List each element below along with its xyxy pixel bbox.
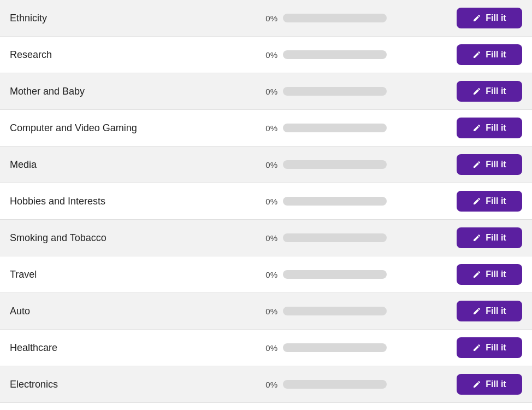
category-label-research: Research	[10, 49, 261, 61]
pencil-icon	[472, 14, 481, 22]
fill-button-healthcare[interactable]: Fill it	[457, 337, 522, 358]
category-list: Ethnicity0%Fill itResearch0%Fill itMothe…	[0, 0, 532, 403]
row-research: Research0%Fill it	[0, 37, 532, 73]
category-label-hobbies-and-interests: Hobbies and Interests	[10, 196, 261, 207]
fill-button-research[interactable]: Fill it	[457, 44, 522, 65]
progress-container-media: 0%	[261, 160, 446, 169]
progress-label-auto: 0%	[261, 307, 277, 316]
progress-container-hobbies-and-interests: 0%	[261, 197, 446, 206]
progress-container-electronics: 0%	[261, 380, 446, 389]
progress-bar-wrapper-hobbies-and-interests	[283, 197, 387, 206]
row-healthcare: Healthcare0%Fill it	[0, 330, 532, 366]
fill-button-label-ethnicity: Fill it	[486, 13, 506, 23]
fill-button-mother-and-baby[interactable]: Fill it	[457, 81, 522, 102]
progress-container-ethnicity: 0%	[261, 14, 446, 23]
fill-button-label-media: Fill it	[486, 160, 506, 169]
category-label-auto: Auto	[10, 306, 261, 317]
progress-label-healthcare: 0%	[261, 343, 277, 353]
progress-bar-wrapper-smoking-and-tobacco	[283, 233, 387, 242]
fill-button-travel[interactable]: Fill it	[457, 264, 522, 285]
category-label-electronics: Electronics	[10, 379, 261, 390]
pencil-icon	[472, 160, 481, 169]
progress-bar-wrapper-healthcare	[283, 343, 387, 352]
fill-button-label-research: Fill it	[486, 50, 506, 60]
progress-container-computer-and-video-gaming: 0%	[261, 124, 446, 133]
progress-label-mother-and-baby: 0%	[261, 87, 277, 96]
fill-button-label-mother-and-baby: Fill it	[486, 86, 506, 96]
category-label-media: Media	[10, 159, 261, 171]
progress-bar-wrapper-ethnicity	[283, 14, 387, 22]
progress-label-hobbies-and-interests: 0%	[261, 197, 277, 206]
progress-label-smoking-and-tobacco: 0%	[261, 233, 277, 243]
category-label-travel: Travel	[10, 269, 261, 280]
progress-bar-wrapper-mother-and-baby	[283, 87, 387, 96]
category-label-mother-and-baby: Mother and Baby	[10, 86, 261, 97]
progress-container-smoking-and-tobacco: 0%	[261, 233, 446, 243]
category-label-healthcare: Healthcare	[10, 342, 261, 354]
fill-button-ethnicity[interactable]: Fill it	[457, 8, 522, 28]
pencil-icon	[472, 307, 481, 315]
progress-container-healthcare: 0%	[261, 343, 446, 353]
progress-bar-wrapper-electronics	[283, 380, 387, 389]
fill-button-media[interactable]: Fill it	[457, 154, 522, 175]
row-media: Media0%Fill it	[0, 147, 532, 183]
fill-button-label-hobbies-and-interests: Fill it	[486, 196, 506, 206]
pencil-icon	[472, 124, 481, 132]
progress-label-ethnicity: 0%	[261, 14, 277, 23]
fill-button-electronics[interactable]: Fill it	[457, 374, 522, 395]
progress-bar-wrapper-auto	[283, 307, 387, 315]
pencil-icon	[472, 343, 481, 352]
fill-button-label-healthcare: Fill it	[486, 343, 506, 353]
category-label-smoking-and-tobacco: Smoking and Tobacco	[10, 232, 261, 244]
row-mother-and-baby: Mother and Baby0%Fill it	[0, 73, 532, 110]
fill-button-label-auto: Fill it	[486, 306, 506, 316]
fill-button-label-smoking-and-tobacco: Fill it	[486, 233, 506, 243]
pencil-icon	[472, 87, 481, 96]
pencil-icon	[472, 233, 481, 242]
pencil-icon	[472, 197, 481, 206]
row-auto: Auto0%Fill it	[0, 293, 532, 330]
progress-container-travel: 0%	[261, 270, 446, 279]
row-travel: Travel0%Fill it	[0, 256, 532, 293]
row-ethnicity: Ethnicity0%Fill it	[0, 0, 532, 37]
pencil-icon	[472, 270, 481, 279]
fill-button-label-electronics: Fill it	[486, 379, 506, 389]
progress-bar-wrapper-travel	[283, 270, 387, 279]
fill-button-smoking-and-tobacco[interactable]: Fill it	[457, 227, 522, 248]
category-label-ethnicity: Ethnicity	[10, 13, 261, 24]
progress-label-computer-and-video-gaming: 0%	[261, 124, 277, 133]
progress-container-auto: 0%	[261, 307, 446, 316]
category-label-computer-and-video-gaming: Computer and Video Gaming	[10, 122, 261, 134]
progress-bar-wrapper-computer-and-video-gaming	[283, 124, 387, 132]
progress-label-research: 0%	[261, 50, 277, 60]
pencil-icon	[472, 380, 481, 389]
pencil-icon	[472, 50, 481, 59]
progress-label-travel: 0%	[261, 270, 277, 279]
progress-bar-wrapper-research	[283, 50, 387, 59]
progress-container-research: 0%	[261, 50, 446, 60]
row-computer-and-video-gaming: Computer and Video Gaming0%Fill it	[0, 110, 532, 147]
progress-bar-wrapper-media	[283, 160, 387, 169]
fill-button-label-computer-and-video-gaming: Fill it	[486, 123, 506, 133]
fill-button-auto[interactable]: Fill it	[457, 301, 522, 321]
row-electronics: Electronics0%Fill it	[0, 366, 532, 403]
row-smoking-and-tobacco: Smoking and Tobacco0%Fill it	[0, 220, 532, 256]
progress-label-electronics: 0%	[261, 380, 277, 389]
row-hobbies-and-interests: Hobbies and Interests0%Fill it	[0, 183, 532, 220]
fill-button-label-travel: Fill it	[486, 270, 506, 279]
fill-button-hobbies-and-interests[interactable]: Fill it	[457, 191, 522, 212]
progress-label-media: 0%	[261, 160, 277, 169]
progress-container-mother-and-baby: 0%	[261, 87, 446, 96]
fill-button-computer-and-video-gaming[interactable]: Fill it	[457, 118, 522, 138]
